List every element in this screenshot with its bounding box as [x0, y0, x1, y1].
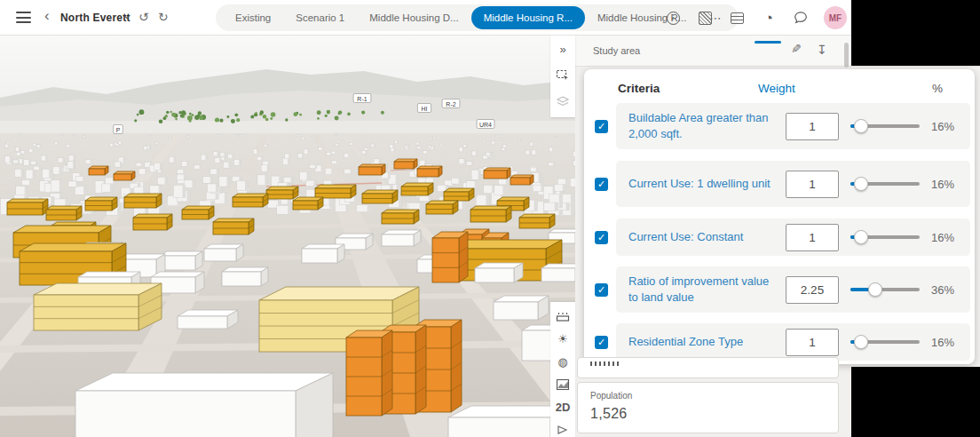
info-icon[interactable]: i [664, 9, 682, 27]
project-chevron-down-icon[interactable]: ⌄ [122, 9, 131, 21]
criteria-checkbox[interactable]: ✓ [595, 336, 608, 349]
truncated-metric-card [577, 357, 839, 378]
svg-text:HI: HI [422, 106, 428, 112]
weight-input[interactable] [786, 224, 839, 251]
tab-middle-housing-d[interactable]: Middle Housing D... [357, 6, 470, 29]
weight-input[interactable] [786, 113, 839, 140]
criteria-row: ✓ Buildable Area greater than 2,000 sqft… [584, 103, 975, 149]
criteria-row: ✓ Ratio of improvement value to land val… [584, 266, 975, 313]
criteria-checkbox[interactable]: ✓ [595, 283, 608, 297]
tab-existing[interactable]: Existing [223, 6, 283, 29]
weight-slider[interactable] [850, 119, 920, 133]
pattern-fill-icon[interactable] [696, 9, 714, 27]
svg-text:UR4: UR4 [479, 122, 492, 128]
app-window: ‹ North Everett ⌄ ↺ ↻ Existing Scenario … [0, 0, 980, 437]
select-features-icon[interactable] [554, 67, 572, 83]
back-chevron-icon[interactable]: ‹ [44, 7, 50, 25]
svg-text:R-1: R-1 [357, 96, 367, 102]
daylight-icon[interactable]: ☀ [554, 332, 572, 347]
charts-active-underline [755, 41, 781, 44]
criteria-label: Residential Zone Type [616, 334, 786, 350]
project-name[interactable]: North Everett [60, 12, 130, 24]
percent-value: 16% [931, 336, 970, 349]
criteria-row: ✓ Residential Zone Type 16% [584, 323, 975, 361]
criteria-checkbox[interactable]: ✓ [595, 178, 608, 191]
top-bar: ‹ North Everett ⌄ ↺ ↻ Existing Scenario … [0, 0, 980, 36]
scenario-tabs: Existing Scenario 1 Middle Housing D... … [216, 4, 739, 31]
pointer-icon[interactable] [554, 423, 572, 437]
map-toolbar-top: » [550, 36, 575, 117]
weather-icon[interactable]: ◍ [554, 354, 572, 369]
population-value: 1,526 [590, 406, 628, 422]
population-card: Population 1,526 [577, 382, 839, 433]
redo-icon[interactable]: ↻ [158, 10, 169, 24]
layers-icon[interactable] [554, 92, 572, 109]
weight-input[interactable] [786, 276, 839, 304]
tab-middle-housing-r-selected[interactable]: Middle Housing R... [471, 6, 585, 29]
weight-input[interactable] [786, 329, 839, 356]
criteria-checkbox[interactable]: ✓ [595, 120, 608, 133]
download-icon[interactable]: ↧ [817, 43, 827, 57]
criteria-row: ✓ Current Use: 1 dwelling unit 16% [584, 161, 975, 207]
criteria-label: Current Use: 1 dwelling unit [616, 176, 786, 192]
weight-slider[interactable] [850, 230, 920, 244]
elevation-profile-icon[interactable] [554, 377, 572, 393]
panel-title: Study area [593, 45, 640, 56]
edit-pencil-icon[interactable]: ✎ [791, 42, 802, 56]
clipped-label [590, 362, 620, 366]
view-2d-button[interactable]: 2D [554, 400, 572, 415]
tab-scenario-1[interactable]: Scenario 1 [283, 6, 357, 29]
criteria-column-header: Criteria [618, 82, 660, 95]
weight-slider[interactable] [850, 177, 920, 191]
weight-slider[interactable] [850, 335, 920, 349]
criteria-label: Buildable Area greater than 2,000 sqft. [616, 110, 786, 142]
map-toolbar-bottom: ☀ ◍ 2D [550, 302, 575, 437]
redaction-block-bottom-right [851, 367, 980, 437]
population-label: Population [590, 391, 632, 401]
svg-text:P: P [116, 127, 121, 133]
criteria-label: Current Use: Constant [616, 229, 786, 245]
svg-text:R-2: R-2 [446, 101, 455, 107]
data-tables-icon[interactable] [728, 9, 746, 27]
charts-icon[interactable]: ◔ [760, 9, 778, 27]
percent-value: 36% [931, 283, 970, 297]
percent-column-header: % [932, 82, 943, 95]
topbar-icon-group: i ◔ MF [664, 0, 847, 36]
expand-panel-icon[interactable]: » [554, 41, 572, 58]
percent-value: 16% [931, 231, 970, 244]
weight-column-header[interactable]: Weight [758, 82, 795, 95]
weight-input[interactable] [786, 171, 839, 198]
comments-icon[interactable] [792, 9, 810, 27]
criteria-checkbox[interactable]: ✓ [595, 231, 608, 244]
hamburger-menu-icon[interactable] [16, 12, 31, 24]
user-avatar[interactable]: MF [824, 6, 847, 29]
criteria-card: Criteria Weight % ✓ Buildable Area great… [584, 69, 975, 364]
panel-scrollbar-thumb[interactable] [844, 43, 849, 68]
percent-value: 16% [931, 178, 970, 191]
undo-icon[interactable]: ↺ [138, 10, 149, 24]
percent-value: 16% [931, 120, 970, 133]
weight-slider[interactable] [850, 282, 920, 297]
criteria-label: Ratio of improvement value to land value [616, 274, 786, 306]
redaction-block-top-right [851, 0, 980, 66]
map-3d-view[interactable]: PR-1HIR-2UR4 [0, 36, 575, 437]
criteria-row: ✓ Current Use: Constant 16% [584, 218, 975, 256]
measure-icon[interactable] [554, 309, 572, 324]
